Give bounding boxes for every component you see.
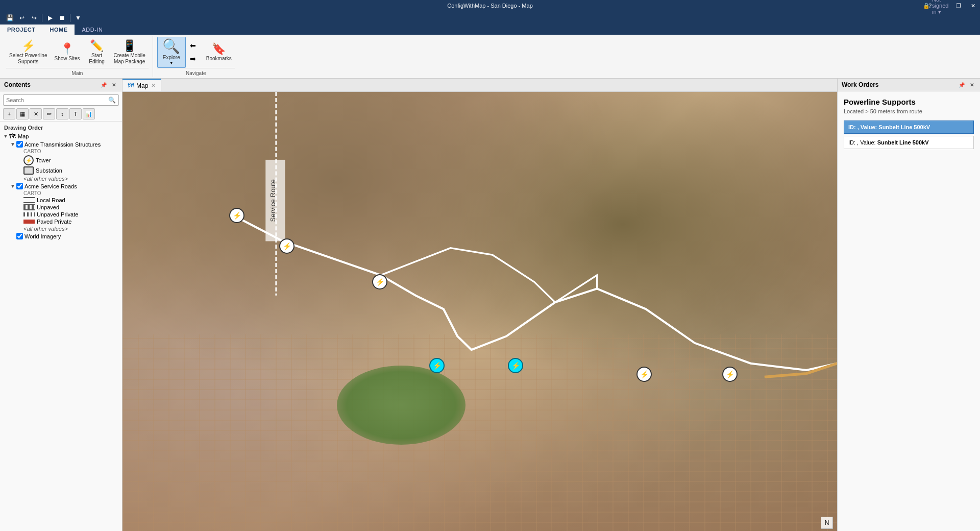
work-orders-content: Powerline Supports Located > 50 meters f… bbox=[838, 91, 980, 531]
tab-project[interactable]: PROJECT bbox=[0, 25, 42, 35]
powerline-icon: ⚡ bbox=[21, 40, 35, 52]
work-order-item-2[interactable]: ID: , Value: Sunbelt Line 500kV bbox=[844, 136, 974, 149]
tree-item-unpaved-private[interactable]: Unpaved Private bbox=[0, 211, 122, 218]
contents-panel: Contents 📌 ✕ 🔍 + ▦ ✕ ✏ ↕ T 📊 Drawing Ord… bbox=[0, 79, 122, 531]
redo-button[interactable]: ↪ bbox=[29, 12, 40, 23]
chart-button[interactable]: 📊 bbox=[83, 108, 95, 119]
bookmarks-label: Bookmarks bbox=[206, 56, 232, 62]
show-sites-label: Show Sites bbox=[54, 56, 80, 62]
other-values-transmission: <all other values> bbox=[23, 176, 120, 182]
map-viewport[interactable]: Service Route ⚡ ⚡ ⚡ ⚡ ⚡ ⚡ ⚡ N bbox=[122, 92, 837, 531]
map-tower-6[interactable]: ⚡ bbox=[636, 367, 652, 382]
map-tower-1[interactable]: ⚡ bbox=[229, 208, 244, 223]
transmission-expand[interactable]: ▼ bbox=[9, 141, 16, 147]
tab-addin[interactable]: ADD-IN bbox=[75, 25, 110, 35]
tower-label: Tower bbox=[36, 157, 120, 163]
unpaved-private-legend bbox=[23, 212, 35, 216]
map-tab-icon: 🗺 bbox=[128, 82, 134, 89]
tree-item-substation[interactable]: Substation bbox=[0, 166, 122, 175]
map-tab-close[interactable]: ✕ bbox=[151, 82, 156, 89]
unpaved-label: Unpaved bbox=[37, 204, 120, 210]
close-button[interactable]: ✕ bbox=[966, 0, 980, 11]
save-button[interactable]: 💾 bbox=[4, 12, 15, 23]
tree-item-carto-2: CARTO bbox=[0, 190, 122, 197]
contents-title: Contents bbox=[4, 81, 31, 88]
local-road-legend bbox=[23, 197, 35, 203]
work-orders-pin-button[interactable]: 📌 bbox=[958, 81, 966, 89]
ribbon: PROJECT HOME ADD-IN ⚡ Select PowerlineSu… bbox=[0, 25, 980, 79]
contents-close-button[interactable]: ✕ bbox=[110, 81, 118, 89]
urban-overlay bbox=[122, 334, 837, 531]
work-order-item-1-label: ID: , Value: Sunbelt Line 500kV bbox=[848, 124, 930, 130]
substation-label: Substation bbox=[36, 167, 120, 174]
ribbon-content: ⚡ Select PowerlineSupports 📍 Show Sites … bbox=[0, 35, 980, 78]
label-button[interactable]: T bbox=[69, 108, 82, 119]
title-bar: ConfigWithMap - San Diego - Map 🔒 Not si… bbox=[0, 0, 980, 11]
tree-item-other-roads[interactable]: <all other values> bbox=[0, 225, 122, 232]
tree-item-other-transmission[interactable]: <all other values> bbox=[0, 175, 122, 182]
work-orders-close-button[interactable]: ✕ bbox=[968, 81, 976, 89]
map-tower-7[interactable]: ⚡ bbox=[722, 367, 738, 382]
search-input[interactable] bbox=[4, 95, 106, 105]
substation-legend-icon bbox=[23, 166, 34, 175]
other-values-roads: <all other values> bbox=[23, 226, 120, 232]
explore-button[interactable]: 🔍 Explore ▼ bbox=[157, 37, 186, 68]
tree-item-paved-private[interactable]: Paved Private bbox=[0, 218, 122, 225]
search-icon: 🔍 bbox=[106, 95, 118, 105]
roads-expand[interactable]: ▼ bbox=[9, 183, 16, 189]
main-layout: Contents 📌 ✕ 🔍 + ▦ ✕ ✏ ↕ T 📊 Drawing Ord… bbox=[0, 79, 980, 531]
tab-home[interactable]: HOME bbox=[42, 25, 75, 35]
restore-button[interactable]: ❐ bbox=[951, 0, 966, 11]
group-button[interactable]: ▦ bbox=[16, 108, 29, 119]
start-editing-label: StartEditing bbox=[89, 53, 105, 65]
map-icon: 🗺 bbox=[9, 132, 16, 140]
roads-checkbox[interactable] bbox=[16, 183, 23, 189]
move-button[interactable]: ↕ bbox=[56, 108, 68, 119]
map-tab[interactable]: 🗺 Map ✕ bbox=[122, 79, 161, 91]
map-tower-2[interactable]: ⚡ bbox=[279, 238, 295, 254]
imagery-checkbox[interactable] bbox=[16, 233, 23, 239]
tree-item-local-road[interactable]: Local Road bbox=[0, 197, 122, 204]
back-icon: ⬅ bbox=[190, 42, 196, 49]
map-label: Map bbox=[18, 133, 120, 139]
select-powerline-label: Select PowerlineSupports bbox=[9, 53, 47, 65]
remove-button[interactable]: ✕ bbox=[30, 108, 42, 119]
map-tower-5-cyan[interactable]: ⚡ bbox=[508, 358, 523, 373]
select-powerline-button[interactable]: ⚡ Select PowerlineSupports bbox=[6, 38, 50, 67]
explore-dropdown: ▼ bbox=[169, 61, 174, 65]
tree-item-acme-roads[interactable]: ▼ Acme Service Roads bbox=[0, 182, 122, 190]
powerline-supports-title: Powerline Supports bbox=[844, 98, 974, 106]
run-button[interactable]: ▶ bbox=[44, 12, 56, 23]
contents-pin-button[interactable]: 📌 bbox=[100, 81, 108, 89]
tree-item-acme-transmission[interactable]: ▼ Acme Transmission Structures bbox=[0, 140, 122, 148]
tree-item-map[interactable]: ▼ 🗺 Map bbox=[0, 132, 122, 140]
bookmarks-icon: 🔖 bbox=[212, 43, 226, 55]
search-bar[interactable]: 🔍 bbox=[3, 94, 119, 106]
add-layer-button[interactable]: + bbox=[3, 108, 15, 119]
work-order-item-1[interactable]: ID: , Value: Sunbelt Line 500kV bbox=[844, 120, 974, 134]
map-tower-3[interactable]: ⚡ bbox=[372, 274, 387, 289]
map-tower-4-cyan[interactable]: ⚡ bbox=[429, 358, 445, 373]
contents-header-controls: 📌 ✕ bbox=[100, 81, 118, 89]
tree-item-unpaved[interactable]: Unpaved bbox=[0, 204, 122, 211]
map-expand[interactable]: ▼ bbox=[2, 133, 9, 139]
tower-legend-icon: ⚡ bbox=[23, 155, 34, 165]
create-mobile-button[interactable]: 📱 Create MobileMap Package bbox=[111, 38, 149, 67]
show-sites-button[interactable]: 📍 Show Sites bbox=[51, 41, 83, 64]
sign-in-status: 🔒 Not signed in ▾ bbox=[923, 0, 949, 11]
stop-button[interactable]: ⏹ bbox=[57, 12, 68, 23]
separator2 bbox=[70, 14, 70, 22]
main-buttons: ⚡ Select PowerlineSupports 📍 Show Sites … bbox=[6, 37, 149, 68]
start-editing-button[interactable]: ✏️ StartEditing bbox=[84, 38, 110, 67]
tree-item-tower[interactable]: ⚡ Tower bbox=[0, 155, 122, 166]
park-overlay bbox=[337, 366, 465, 445]
undo-button[interactable]: ↩ bbox=[16, 12, 28, 23]
more-qa-button[interactable]: ▼ bbox=[72, 12, 84, 23]
nav-forward-button[interactable]: ➡ bbox=[187, 53, 202, 65]
transmission-checkbox[interactable] bbox=[16, 141, 23, 148]
contents-tree: ▼ 🗺 Map ▼ Acme Transmission Structures C… bbox=[0, 132, 122, 531]
edit-button[interactable]: ✏ bbox=[43, 108, 55, 119]
tree-item-world-imagery[interactable]: World Imagery bbox=[0, 232, 122, 240]
nav-back-button[interactable]: ⬅ bbox=[187, 40, 202, 52]
bookmarks-button[interactable]: 🔖 Bookmarks bbox=[203, 41, 235, 64]
